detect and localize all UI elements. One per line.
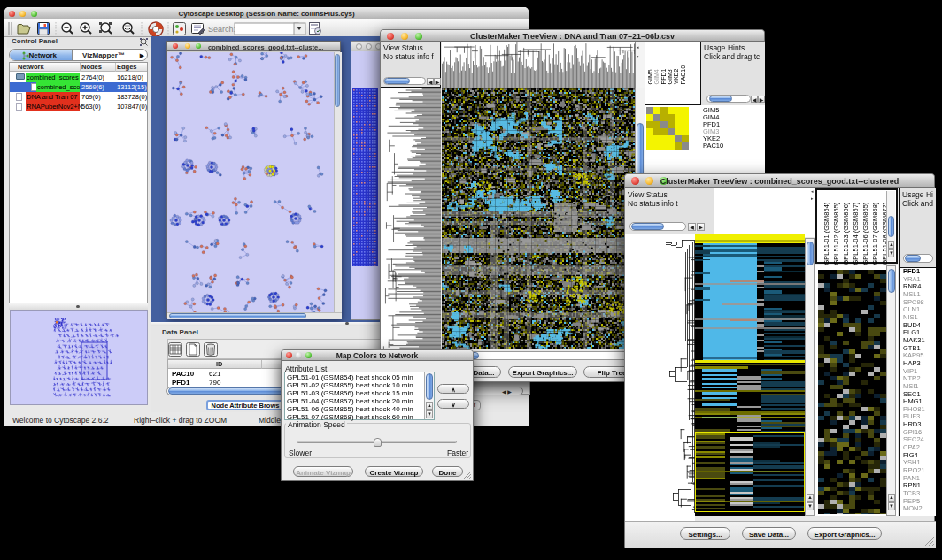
svg-text:Search:: Search: bbox=[208, 25, 236, 34]
